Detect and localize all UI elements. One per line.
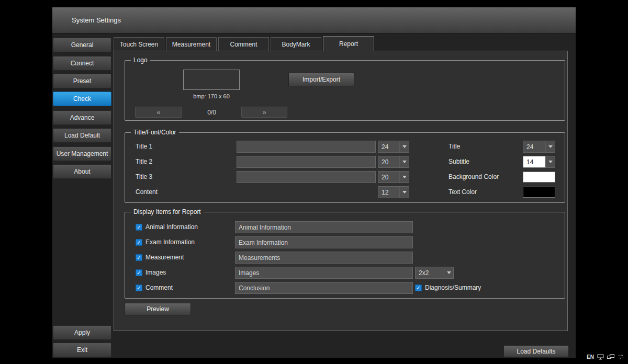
chevron-down-icon [399,141,409,152]
diagnosis-summary-checkbox[interactable] [415,285,422,291]
background-color-swatch[interactable] [523,172,555,183]
images-layout-select[interactable]: 2x2 [415,267,454,279]
tab-touch-screen[interactable]: Touch Screen [114,37,164,51]
checkbox-label: Diagnosis/Summary [425,282,481,294]
combo-value: 2x2 [416,267,444,278]
display-items-section: Display Items for Report Animal Informat… [125,212,565,299]
combo-value: 14 [523,156,545,167]
tab-bodymark[interactable]: BodyMark [271,37,321,51]
logo-preview-box [183,70,240,90]
content-label: Content [136,186,158,198]
combo-value: 12 [378,187,399,198]
images-title-input[interactable] [235,267,413,279]
measurement-title-input[interactable] [235,252,413,264]
text-color-label: Text Color [448,186,477,198]
titlebar: System Settings [52,7,576,33]
title1-input[interactable] [237,141,376,153]
combo-value: 20 [378,156,399,167]
title2-input[interactable] [237,156,376,168]
title-font-color-section-title: Title/Font/Color [131,129,179,136]
checkbox-label: Measurement [145,252,184,264]
title2-font-size-select[interactable]: 20 [378,156,409,168]
combo-value: 20 [378,172,399,183]
display-items-section-title: Display Items for Report [131,208,204,215]
subtitle-size-select[interactable]: 14 [523,156,555,168]
display-row-measurement: Measurement [125,252,565,264]
sidebar-item-user-management[interactable]: User Management [53,146,111,161]
logo-prev-button[interactable]: « [135,107,182,118]
apply-button[interactable]: Apply [53,325,111,340]
sidebar-item-about[interactable]: About [53,164,111,179]
sidebar-item-general[interactable]: General [53,38,111,52]
sidebar-item-check[interactable]: Check [53,92,111,106]
logo-next-button[interactable]: » [241,107,287,118]
preview-button[interactable]: Preview [125,303,191,315]
language-indicator[interactable]: EN [587,354,594,360]
checkbox-label: Exam Information [145,236,195,248]
network-icon[interactable] [597,354,604,360]
sidebar-item-connect[interactable]: Connect [53,56,111,71]
content-font-size-select[interactable]: 12 [378,186,409,198]
display-row-animal-information: Animal Information [125,221,565,233]
title3-label: Title 3 [136,171,152,183]
images-checkbox[interactable] [136,269,142,276]
animal-information-title-input[interactable] [235,221,413,233]
title-font-label: Title [448,141,460,153]
exam-information-title-input[interactable] [235,236,413,248]
display-row-exam-information: Exam Information [125,236,565,248]
sidebar-item-preset[interactable]: Preset [53,74,111,88]
title3-font-size-select[interactable]: 20 [378,171,409,183]
checkbox-label: Comment [145,282,173,294]
title1-label: Title 1 [136,141,152,153]
report-tab-panel: Logo bmp: 170 x 60 Import/Export « 0/0 »… [114,51,568,331]
display-row-comment: Comment Diagnosis/Summary [125,282,565,294]
display-row-images: Images 2x2 [125,267,565,279]
status-tray: EN [587,354,625,360]
chevron-down-icon [545,156,555,167]
tab-comment[interactable]: Comment [218,37,269,51]
title2-label: Title 2 [136,156,152,168]
sidebar-item-advance[interactable]: Advance [53,110,111,125]
title-font-color-section: Title/Font/Color Title 1 24 Title 2 20 T… [125,132,565,203]
chevron-down-icon [444,267,453,278]
logo-size-hint: bmp: 170 x 60 [175,93,248,99]
chevron-down-icon [545,141,555,152]
comment-checkbox[interactable] [136,285,142,291]
tab-measurement[interactable]: Measurement [166,37,217,51]
exit-button[interactable]: Exit [53,343,111,357]
chevron-down-icon [399,156,409,167]
measurement-checkbox[interactable] [136,254,142,261]
dual-display-icon[interactable] [607,354,614,360]
desktop: System Settings General Connect Preset C… [0,0,628,364]
load-defaults-button[interactable]: Load Defaults [503,345,569,357]
checkbox-label: Images [145,267,166,279]
exam-information-checkbox[interactable] [136,239,142,246]
title1-font-size-select[interactable]: 24 [378,141,409,153]
text-color-swatch[interactable] [523,187,555,198]
system-settings-window: System Settings General Connect Preset C… [52,7,576,358]
title-size-select[interactable]: 24 [523,141,555,153]
combo-value: 24 [378,141,399,152]
animal-information-checkbox[interactable] [136,224,142,231]
import-export-button[interactable]: Import/Export [288,73,354,86]
logo-page-counter: 0/0 [182,107,241,118]
chevron-down-icon [399,172,409,183]
window-title: System Settings [72,7,121,33]
comment-title-input[interactable] [235,282,413,294]
background-color-label: Background Color [448,171,499,183]
sidebar-item-load-default[interactable]: Load Default [53,128,111,143]
tab-report[interactable]: Report [323,36,374,51]
title3-input[interactable] [237,171,376,183]
checkbox-label: Animal Information [145,221,198,233]
sync-arrows-icon[interactable] [618,354,625,360]
logo-section-title: Logo [131,56,150,64]
chevron-down-icon [399,187,409,198]
logo-section: Logo bmp: 170 x 60 Import/Export « 0/0 » [125,60,565,121]
combo-value: 24 [523,141,545,152]
subtitle-font-label: Subtitle [448,156,469,168]
